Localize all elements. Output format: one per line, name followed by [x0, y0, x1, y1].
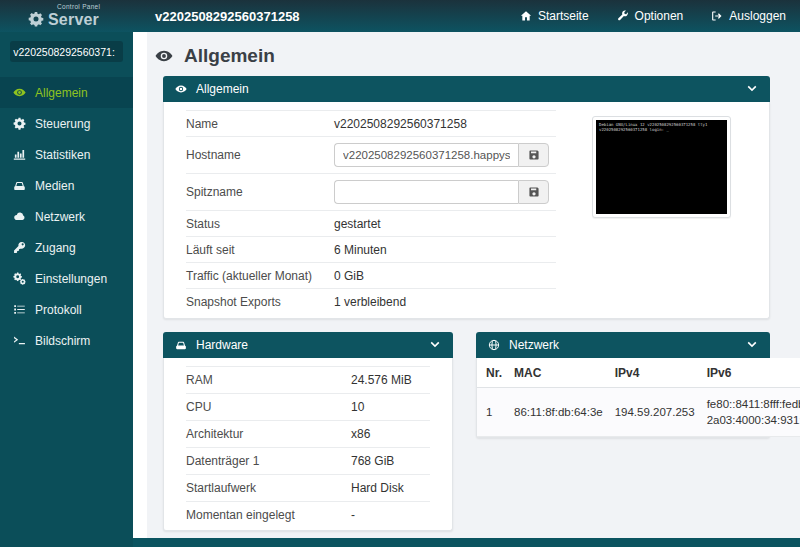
footer-bar [133, 538, 800, 547]
navbar-menu: Startseite Optionen Ausloggen [520, 9, 786, 23]
row-ram: RAM 24.576 MiB [186, 366, 430, 393]
row-value: Hard Disk [351, 481, 404, 495]
sidebar-item-medien[interactable]: Medien [0, 170, 133, 201]
network-table-header-row: Nr. MAC IPv4 IPv6 [477, 358, 800, 388]
panel-hardware-header[interactable]: Hardware [163, 332, 453, 358]
panel-netzwerk-body: Nr. MAC IPv4 IPv6 1 86:11:8f [476, 358, 770, 438]
sidebar-item-label: Statistiken [35, 148, 90, 162]
console-preview[interactable]: Debian GNU/Linux 12 v2202508292560371258… [592, 116, 731, 218]
panel-netzwerk-header[interactable]: Netzwerk [476, 332, 770, 358]
row-value: x86 [351, 427, 370, 441]
row-status: Status gestartet [186, 210, 556, 236]
sidebar-item-label: Einstellungen [35, 272, 107, 286]
console-screen: Debian GNU/Linux 12 v2202508292560371258… [596, 120, 727, 214]
spitzname-save-button[interactable] [518, 180, 549, 204]
hostname-save-button[interactable] [518, 143, 549, 167]
row-value: 24.576 MiB [351, 373, 412, 387]
cell-mac: 86:11:8f:db:64:3e [508, 388, 609, 437]
spitzname-input-group [334, 180, 549, 204]
sidebar-item-label: Bildschirm [35, 334, 90, 348]
sidebar-item-label: Steuerung [35, 117, 90, 131]
network-table: Nr. MAC IPv4 IPv6 1 86:11:8f [477, 358, 800, 437]
network-table-row: 1 86:11:8f:db:64:3e 194.59.207.253 fe80:… [477, 388, 800, 437]
wrench-icon [617, 10, 629, 22]
cogs-icon [13, 272, 26, 285]
nav-ausloggen[interactable]: Ausloggen [711, 9, 786, 23]
col-ipv6: IPv6 [701, 358, 800, 388]
panel-title: Allgemein [196, 82, 249, 96]
eye-icon [13, 86, 26, 99]
col-nr: Nr. [477, 358, 508, 388]
nav-optionen-label: Optionen [635, 9, 684, 23]
row-label: Läuft seit [186, 243, 334, 257]
server-title: v2202508292560371258 [155, 9, 300, 24]
row-label: Traffic (aktueller Monat) [186, 269, 334, 283]
sidebar-item-zugang[interactable]: Zugang [0, 232, 133, 263]
chevron-down-icon[interactable] [746, 339, 758, 351]
server-select-label: v2202508292560371: [13, 46, 115, 58]
row-laeuft-seit: Läuft seit 6 Minuten [186, 236, 556, 262]
row-label: Datenträger 1 [186, 454, 351, 468]
row-value: - [351, 508, 355, 522]
sidebar-scrollbar-gutter [133, 32, 147, 538]
home-icon [520, 10, 532, 22]
hostname-input[interactable] [334, 143, 518, 167]
sidebar-item-allgemein[interactable]: Allgemein [0, 77, 133, 108]
chevron-down-icon[interactable] [429, 339, 441, 351]
sidebar-item-label: Netzwerk [35, 210, 85, 224]
nav-ausloggen-label: Ausloggen [729, 9, 786, 23]
sidebar-item-protokoll[interactable]: Protokoll [0, 294, 133, 325]
sidebar-item-bildschirm[interactable]: Bildschirm [0, 325, 133, 356]
page-title: Allgemein [155, 45, 770, 67]
sidebar-item-einstellungen[interactable]: Einstellungen [0, 263, 133, 294]
row-value: 0 GiB [334, 269, 364, 283]
row-spitzname: Spitzname [186, 173, 556, 210]
sidebar-item-statistiken[interactable]: Statistiken [0, 139, 133, 170]
panel-allgemein-body: Name v2202508292560371258 Hostname [163, 102, 770, 319]
row-value: v2202508292560371258 [334, 117, 467, 131]
panel-title: Hardware [196, 338, 248, 352]
sidebar-item-label: Medien [35, 179, 74, 193]
top-navbar: Control Panel Server v220250829256037125… [0, 0, 800, 32]
globe-icon [488, 339, 500, 351]
app-logo[interactable]: Control Panel Server [28, 4, 133, 28]
row-value: 768 GiB [351, 454, 394, 468]
sidebar-item-steuerung[interactable]: Steuerung [0, 108, 133, 139]
sign-out-icon [711, 10, 723, 22]
cloud-icon [13, 210, 26, 223]
logo-superscript: Control Panel [57, 4, 100, 11]
panel-hardware: Hardware RAM 24.576 MiB CPU 10 [163, 332, 453, 531]
sidebar-item-label: Zugang [35, 241, 76, 255]
panel-title: Netzwerk [509, 338, 559, 352]
cell-ipv4: 194.59.207.253 [609, 388, 701, 437]
panel-allgemein-header[interactable]: Allgemein [163, 76, 770, 102]
col-ipv4: IPv4 [609, 358, 701, 388]
spitzname-input[interactable] [334, 180, 518, 204]
row-label: Name [186, 117, 334, 131]
terminal-icon [13, 334, 26, 347]
row-value: 10 [351, 400, 364, 414]
row-label: Momentan eingelegt [186, 508, 351, 522]
key-icon [13, 241, 26, 254]
row-snapshot-exports: Snapshot Exports 1 verbleibend [186, 288, 556, 314]
bar-chart-icon [13, 148, 26, 161]
nav-startseite-label: Startseite [538, 9, 589, 23]
cell-ipv6: fe80::8411:8fff:fedb:643e/10 2a03:4000:3… [701, 388, 800, 437]
row-label: Spitzname [186, 185, 334, 199]
floppy-icon [528, 186, 540, 198]
nav-optionen[interactable]: Optionen [617, 9, 684, 23]
cell-nr: 1 [477, 388, 508, 437]
row-traffic: Traffic (aktueller Monat) 0 GiB [186, 262, 556, 288]
panel-allgemein: Allgemein Name v2202508292560371258 Host… [163, 76, 770, 319]
nav-startseite[interactable]: Startseite [520, 9, 589, 23]
row-label: Startlaufwerk [186, 481, 351, 495]
server-select-dropdown[interactable]: v2202508292560371: [10, 41, 123, 62]
sidebar-item-label: Allgemein [35, 86, 88, 100]
row-label: CPU [186, 400, 351, 414]
sidebar-item-netzwerk[interactable]: Netzwerk [0, 201, 133, 232]
list-icon [13, 303, 26, 316]
eye-icon [155, 47, 173, 65]
chevron-down-icon[interactable] [746, 83, 758, 95]
eye-icon [175, 83, 187, 95]
row-value: 6 Minuten [334, 243, 387, 257]
